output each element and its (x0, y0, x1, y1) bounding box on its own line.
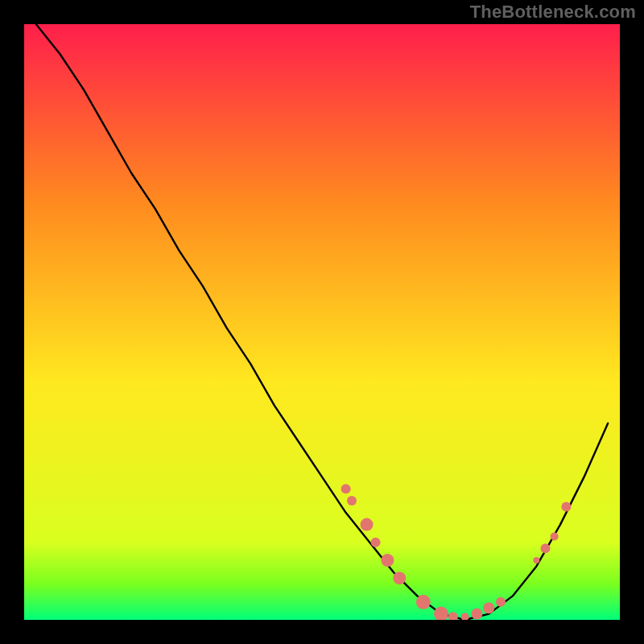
data-marker (483, 602, 494, 613)
data-marker (471, 609, 482, 620)
data-marker (541, 543, 551, 553)
data-marker (347, 496, 357, 506)
data-marker (393, 572, 406, 584)
data-marker (341, 484, 351, 493)
chart-background (24, 24, 620, 620)
data-marker (551, 532, 559, 540)
data-marker (371, 538, 381, 547)
data-marker (416, 595, 431, 609)
data-marker (533, 557, 539, 564)
data-marker (381, 554, 394, 567)
chart-plot (24, 24, 620, 620)
data-marker (561, 502, 571, 511)
watermark-text: TheBottleneck.com (470, 2, 636, 23)
chart-frame: TheBottleneck.com (0, 0, 644, 644)
data-marker (361, 518, 374, 531)
data-marker (496, 597, 506, 607)
chart-svg (24, 24, 620, 620)
